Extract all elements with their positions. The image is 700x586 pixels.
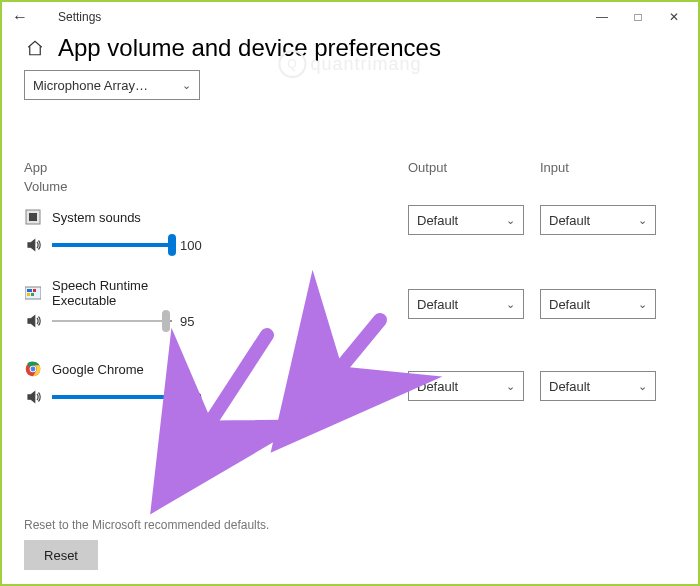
home-icon[interactable] [24, 37, 46, 59]
app-name: System sounds [52, 210, 141, 225]
reset-button[interactable]: Reset [24, 540, 98, 570]
back-button[interactable]: ← [8, 8, 32, 26]
volume-col-header: Volume [24, 179, 374, 194]
volume-value: 95 [180, 314, 212, 329]
chevron-down-icon: ⌄ [638, 214, 647, 227]
close-button[interactable]: ✕ [656, 3, 692, 31]
speech-runtime-icon [24, 284, 42, 302]
chevron-down-icon: ⌄ [506, 214, 515, 227]
output-select[interactable]: Default ⌄ [408, 371, 524, 401]
input-select[interactable]: Default ⌄ [540, 205, 656, 235]
output-value: Default [417, 379, 458, 394]
minimize-button[interactable]: — [584, 3, 620, 31]
svg-rect-3 [27, 289, 32, 292]
speaker-icon[interactable] [24, 311, 44, 331]
volume-slider[interactable] [52, 318, 172, 324]
output-value: Default [417, 297, 458, 312]
microphone-dropdown-label: Microphone Array… [33, 78, 148, 93]
input-select[interactable]: Default ⌄ [540, 289, 656, 319]
speaker-icon[interactable] [24, 387, 44, 407]
microphone-dropdown[interactable]: Microphone Array… ⌄ [24, 70, 200, 100]
chrome-icon [24, 360, 42, 378]
svg-rect-1 [29, 213, 37, 221]
output-col-header: Output [408, 160, 524, 175]
window-title: Settings [58, 10, 101, 24]
system-sounds-icon [24, 208, 42, 226]
chevron-down-icon: ⌄ [638, 380, 647, 393]
input-value: Default [549, 213, 590, 228]
footer: Reset to the Microsoft recommended defau… [24, 518, 269, 570]
app-name: Google Chrome [52, 362, 144, 377]
maximize-button[interactable]: □ [620, 3, 656, 31]
volume-value: 100 [180, 238, 212, 253]
watermark-text: quantrimang [310, 54, 421, 75]
svg-rect-6 [31, 293, 34, 296]
window-frame: Q quantrimang ← Settings — □ ✕ App volum… [0, 0, 700, 586]
chevron-down-icon: ⌄ [506, 380, 515, 393]
output-select[interactable]: Default ⌄ [408, 289, 524, 319]
volume-slider[interactable] [52, 394, 172, 400]
chevron-down-icon: ⌄ [638, 298, 647, 311]
input-select[interactable]: Default ⌄ [540, 371, 656, 401]
chevron-down-icon: ⌄ [506, 298, 515, 311]
titlebar: ← Settings — □ ✕ [2, 2, 698, 32]
watermark: Q quantrimang [278, 50, 421, 78]
output-value: Default [417, 213, 458, 228]
svg-point-9 [31, 367, 36, 372]
volume-slider[interactable] [52, 242, 172, 248]
input-value: Default [549, 379, 590, 394]
apps-col-header: App [24, 160, 374, 175]
svg-rect-4 [33, 289, 36, 292]
input-value: Default [549, 297, 590, 312]
chevron-down-icon: ⌄ [182, 79, 191, 92]
svg-rect-5 [27, 293, 30, 296]
output-select[interactable]: Default ⌄ [408, 205, 524, 235]
volume-value: 100 [180, 390, 212, 405]
content-area: App volume and device preferences Microp… [2, 34, 698, 430]
input-col-header: Input [540, 160, 656, 175]
app-name: Speech Runtime Executable [52, 278, 182, 308]
watermark-icon: Q [278, 50, 306, 78]
speaker-icon[interactable] [24, 235, 44, 255]
footer-text: Reset to the Microsoft recommended defau… [24, 518, 269, 532]
